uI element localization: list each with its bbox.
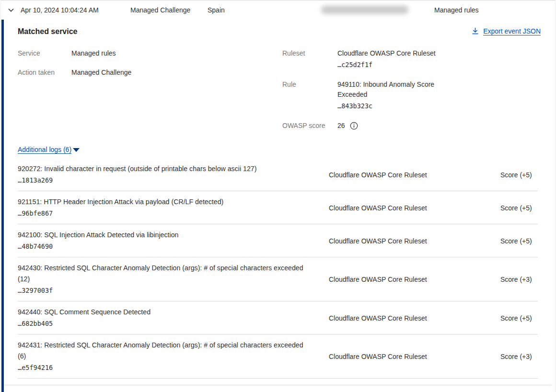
log-row: 942431: Restricted SQL Character Anomaly… bbox=[18, 334, 538, 379]
field-owasp-score: OWASP score 26 bbox=[282, 121, 449, 131]
ruleset-value: Cloudflare OWASP Core Ruleset …c25d2f1f bbox=[337, 48, 449, 70]
caret-down-icon bbox=[73, 148, 80, 152]
download-icon bbox=[472, 27, 479, 35]
log-rule-title: 942440: SQL Comment Sequence Detected bbox=[18, 307, 312, 318]
field-rule: Rule 949110: Inbound Anomaly Score Excee… bbox=[282, 80, 449, 111]
redacted-host-blur bbox=[321, 6, 408, 14]
log-score: Score (+5) bbox=[500, 204, 538, 212]
field-action-taken: Action taken Managed Challenge bbox=[18, 68, 282, 78]
log-row: 942430: Restricted SQL Character Anomaly… bbox=[18, 257, 538, 301]
event-action: Managed Challenge bbox=[130, 6, 190, 14]
matched-service-heading: Matched service bbox=[18, 27, 78, 36]
log-score: Score (+3) bbox=[500, 353, 538, 360]
log-ruleset: Cloudflare OWASP Core Ruleset bbox=[329, 276, 483, 283]
panel-bottom-divider bbox=[4, 385, 552, 385]
log-ruleset: Cloudflare OWASP Core Ruleset bbox=[329, 237, 483, 245]
event-service: Managed rules bbox=[434, 6, 479, 14]
rule-name: 949110: Inbound Anomaly Score Exceeded bbox=[337, 81, 434, 98]
log-ruleset: Cloudflare OWASP Core Ruleset bbox=[329, 204, 483, 212]
log-row: 920272: Invalid character in request (ou… bbox=[18, 158, 538, 191]
ruleset-name: Cloudflare OWASP Core Ruleset bbox=[337, 49, 436, 57]
log-ruleset: Cloudflare OWASP Core Ruleset bbox=[329, 171, 483, 179]
event-country: Spain bbox=[208, 6, 225, 14]
log-ruleset: Cloudflare OWASP Core Ruleset bbox=[329, 353, 483, 360]
ruleset-hash: …c25d2f1f bbox=[337, 60, 449, 70]
matched-service-fields: Service Managed rules Action taken Manag… bbox=[1, 36, 555, 131]
additional-logs-table: 920272: Invalid character in request (ou… bbox=[18, 158, 538, 379]
rule-hash: …843b323c bbox=[337, 101, 449, 111]
owasp-score-value: 26 bbox=[337, 121, 345, 131]
additional-logs-label: Additional logs (6) bbox=[18, 146, 71, 153]
log-rule-hash: …48b74690 bbox=[18, 241, 312, 252]
export-event-json-link[interactable]: Export event JSON bbox=[472, 27, 541, 35]
event-row[interactable]: Apr 10, 2024 10:04:24 AM Managed Challen… bbox=[1, 0, 555, 19]
log-score: Score (+3) bbox=[500, 276, 538, 283]
service-value: Managed rules bbox=[71, 48, 116, 58]
log-ruleset: Cloudflare OWASP Core Ruleset bbox=[329, 314, 483, 322]
action-taken-label: Action taken bbox=[18, 68, 71, 78]
log-score: Score (+5) bbox=[500, 237, 538, 245]
info-icon[interactable] bbox=[350, 122, 358, 130]
selected-row-accent-bar bbox=[1, 20, 4, 392]
owasp-score-label: OWASP score bbox=[282, 121, 337, 131]
log-score: Score (+5) bbox=[500, 171, 538, 179]
chevron-down-icon[interactable] bbox=[7, 6, 15, 14]
ruleset-label: Ruleset bbox=[282, 48, 337, 58]
log-rule-title: 920272: Invalid character in request (ou… bbox=[18, 163, 312, 174]
log-score: Score (+5) bbox=[500, 314, 538, 322]
export-event-json-label: Export event JSON bbox=[483, 27, 541, 35]
log-rule-title: 942431: Restricted SQL Character Anomaly… bbox=[18, 340, 312, 362]
log-rule-title: 942430: Restricted SQL Character Anomaly… bbox=[18, 263, 312, 285]
rule-label: Rule bbox=[282, 80, 337, 90]
rule-value: 949110: Inbound Anomaly Score Exceeded …… bbox=[337, 80, 449, 111]
log-rule-title: 942100: SQL Injection Attack Detected vi… bbox=[18, 230, 312, 241]
log-rule-hash: …682bb405 bbox=[18, 318, 312, 329]
log-row: 942440: SQL Comment Sequence Detected …6… bbox=[18, 301, 538, 334]
log-rule-hash: …1813a269 bbox=[18, 175, 312, 186]
field-service: Service Managed rules bbox=[18, 48, 282, 58]
field-ruleset: Ruleset Cloudflare OWASP Core Ruleset …c… bbox=[282, 48, 449, 70]
event-detail-panel: Apr 10, 2024 10:04:24 AM Managed Challen… bbox=[0, 0, 556, 392]
log-rule-hash: …e5f94216 bbox=[18, 362, 312, 373]
event-detail-expanded: Matched service Export event JSON Servic… bbox=[1, 20, 555, 392]
service-label: Service bbox=[18, 48, 71, 58]
log-rule-hash: …96bfe867 bbox=[18, 208, 312, 219]
log-rule-hash: …3297003f bbox=[18, 285, 312, 296]
action-taken-value: Managed Challenge bbox=[71, 68, 131, 78]
log-row: 921151: HTTP Header Injection Attack via… bbox=[18, 191, 538, 224]
additional-logs-toggle[interactable]: Additional logs (6) bbox=[18, 146, 80, 153]
log-row: 942100: SQL Injection Attack Detected vi… bbox=[18, 224, 538, 257]
event-timestamp: Apr 10, 2024 10:04:24 AM bbox=[21, 6, 99, 14]
log-rule-title: 921151: HTTP Header Injection Attack via… bbox=[18, 196, 312, 208]
